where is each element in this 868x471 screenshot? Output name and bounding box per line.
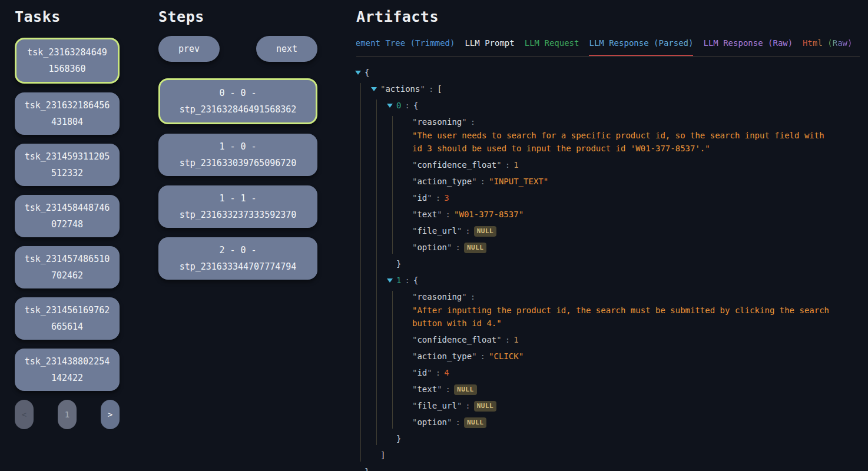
colon: : [436,368,440,377]
quote: " [427,368,432,377]
tab-llm-prompt[interactable]: LLM Prompt [465,35,514,57]
task-button[interactable]: tsk_231438802254142422 [15,349,120,391]
quote: " [544,177,548,186]
json-int-value: 3 [444,193,449,203]
quote: " [437,384,442,394]
json-row: "id":3 [412,192,860,204]
pagination-page-button[interactable]: 1 [58,400,77,429]
colon: : [405,276,409,285]
quote: " [496,319,501,328]
task-button[interactable]: tsk_231632186456431804 [15,92,120,135]
pagination-prev-button[interactable]: < [15,400,34,429]
quote: " [447,243,452,252]
json-value-reasoning: "The user needs to search for a specific… [412,129,839,155]
json-float-value: 1 [513,335,518,344]
null-badge: NULL [474,226,497,237]
next-step-button[interactable]: next [256,36,317,62]
json-key-file-url: file_url [417,401,456,410]
json-key-reasoning: reasoning [417,117,462,127]
collapse-triangle-icon[interactable] [355,71,361,75]
quote: " [457,226,462,236]
task-button[interactable]: tsk_231456169762665614 [15,297,120,340]
steps-panel: Steps prev next 0 - 0 - stp_231632846491… [158,0,317,471]
json-open-bracket: [ [437,84,442,94]
colon: : [465,226,470,236]
json-close-brace: } [396,259,401,268]
json-key-file-url: file_url [417,226,456,236]
null-badge: NULL [454,384,477,395]
step-button[interactable]: 1 - 1 - stp_231633237333592370 [158,185,317,228]
quote: " [447,417,452,427]
tasks-title: Tasks [15,7,120,26]
json-close-bracket: ] [380,450,385,460]
collapse-triangle-icon[interactable] [387,104,393,108]
json-string-value: The user needs to search for a specific … [412,131,824,153]
json-row: { [365,67,860,79]
json-key-action-type: action_type [417,177,472,186]
task-button[interactable]: tsk_231459311205512332 [15,144,120,186]
colon: : [455,243,460,252]
json-key-option: option [417,417,447,427]
json-key-id: id [417,193,427,203]
json-row: "text":NULL [412,383,860,396]
json-row: 0:{ [396,99,860,112]
json-open-brace: { [413,276,418,285]
tab-element-tree-trimmed[interactable]: Element Tree (Trimmed) [356,35,455,57]
task-button[interactable]: tsk_231457486510702462 [15,246,120,288]
json-viewer: { "actions":[ 0:{ "reasoning": [356,67,860,471]
artifacts-tabbar: Element Tree (Trimmed) LLM Prompt LLM Re… [356,35,860,57]
json-string-value: W01-377-8537 [459,210,518,219]
tab-html-raw[interactable]: Html (Raw) [803,35,852,57]
json-index: 1 [396,276,401,285]
json-row: } [396,433,860,445]
collapse-triangle-icon[interactable] [387,278,393,283]
json-row: "file_url":NULL [412,225,860,237]
json-row: "file_url":NULL [412,400,860,412]
quote: " [462,292,466,301]
json-row: "text":"W01-377-8537" [412,208,860,221]
quote: " [420,84,425,94]
json-row: } [365,466,860,471]
step-button[interactable]: 1 - 0 - stp_231633039765096720 [158,134,317,176]
tab-llm-response-parsed[interactable]: LLM Response (Parsed) [589,35,693,57]
tab-llm-request[interactable]: LLM Request [525,35,579,57]
task-list: tsk_231632846491568360 tsk_2316321864564… [15,38,120,391]
json-row: "action_type":"CLICK" [412,350,860,363]
json-row: "actions":[ [380,83,860,95]
quote: " [437,210,442,219]
json-row: "option":NULL [412,241,860,254]
json-open-brace: { [365,68,369,77]
tab-llm-response-raw[interactable]: LLM Response (Raw) [703,35,793,57]
pagination-next-button[interactable]: > [101,400,120,429]
json-open-brace: { [413,101,418,110]
task-button[interactable]: tsk_231632846491568360 [15,38,120,84]
json-row: 1:{ [396,274,860,287]
prev-step-button[interactable]: prev [158,36,220,62]
colon: : [405,101,409,110]
json-row: "option":NULL [412,416,860,429]
json-row: "id":4 [412,367,860,379]
colon: : [505,160,510,170]
step-button[interactable]: 0 - 0 - stp_231632846491568362 [158,78,317,124]
json-row: "confidence_float":1 [412,334,860,346]
colon: : [481,177,485,186]
null-badge: NULL [464,417,487,428]
json-key-text: text [417,210,437,219]
json-key-actions: actions [385,84,420,94]
quote: " [472,177,476,186]
tasks-panel: Tasks tsk_231632846491568360 tsk_2316321… [15,0,120,471]
null-badge: NULL [464,243,487,253]
colon: : [471,292,475,301]
colon: : [465,401,470,410]
collapse-triangle-icon[interactable] [371,87,377,91]
step-list: 0 - 0 - stp_231632846491568362 1 - 0 - s… [158,78,317,280]
json-value-reasoning: "After inputting the product id, the sea… [412,304,839,330]
artifacts-title: Artifacts [356,7,860,26]
json-string-value: After inputting the product id, the sear… [412,306,829,328]
task-button[interactable]: tsk_231458448746072748 [15,195,120,237]
step-button[interactable]: 2 - 0 - stp_231633344707774794 [158,237,317,280]
json-close-brace: } [365,467,369,471]
json-key-option: option [417,243,447,252]
quote: " [427,193,432,203]
json-float-value: 1 [513,160,518,170]
